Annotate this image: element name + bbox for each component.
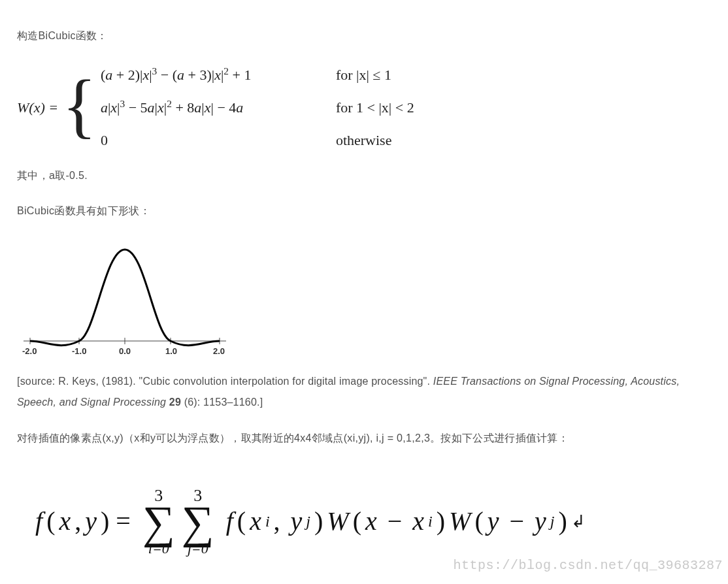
brace-icon: { <box>62 71 97 140</box>
bicubic-definition-formula: W(x) = { (a + 2)|x|3 − (a + 3)|x|2 + 1 f… <box>17 61 711 154</box>
tick-1: 1.0 <box>165 346 177 356</box>
lhs: W(x) = <box>17 94 58 122</box>
piece-row-2: a|x|3 − 5a|x|2 + 8a|x| − 4a for 1 < |x| … <box>101 94 414 122</box>
intro-para: 构造BiCubic函数： <box>17 26 711 46</box>
neighborhood-para: 对待插值的像素点(x,y)（x和y可以为浮点数），取其附近的4x4邻域点(xi,… <box>17 429 711 448</box>
watermark-text: https://blog.csdn.net/qq_39683287 <box>453 553 723 578</box>
shape-para: BiCubic函数具有如下形状： <box>17 201 711 221</box>
sigma-i: 3 ∑ i=0 <box>142 487 175 556</box>
tick-0: 0.0 <box>119 346 131 356</box>
sigma-j: 3 ∑ j=0 <box>182 487 214 556</box>
piece-row-3: 0 otherwise <box>101 127 414 154</box>
kernel-curve <box>30 250 220 346</box>
citation-text: [source: R. Keys, (1981). "Cubic convolu… <box>17 371 711 413</box>
a-value-para: 其中，a取-0.5. <box>17 166 711 186</box>
document-page: 构造BiCubic函数： W(x) = { (a + 2)|x|3 − (a +… <box>0 0 728 582</box>
tick-2: 2.0 <box>213 346 225 356</box>
interpolation-sum-formula: f(x,y) = 3 ∑ i=0 3 ∑ j=0 f(xi, yj)W(x − … <box>17 487 711 556</box>
bicubic-kernel-plot: -2.0 -1.0 0.0 1.0 2.0 <box>17 240 711 361</box>
kernel-svg: -2.0 -1.0 0.0 1.0 2.0 <box>17 240 233 361</box>
tick-neg1: -1.0 <box>72 346 86 356</box>
tick-neg2: -2.0 <box>22 346 37 356</box>
piece-row-1: (a + 2)|x|3 − (a + 3)|x|2 + 1 for |x| ≤ … <box>101 61 414 89</box>
